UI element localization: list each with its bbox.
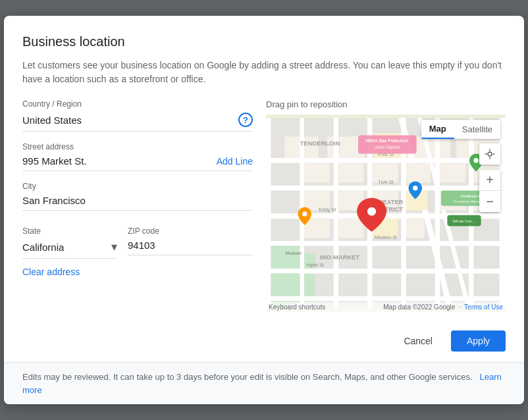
country-label: Country / Region xyxy=(22,99,253,109)
map-data-label: Map data ©2022 Google · Terms of Use xyxy=(383,303,503,311)
svg-text:Mission St: Mission St xyxy=(375,234,398,240)
state-select[interactable]: California New York Texas xyxy=(22,242,111,253)
add-line-button[interactable]: Add Line xyxy=(217,156,253,167)
svg-text:Union Square: Union Square xyxy=(374,145,400,150)
svg-point-61 xyxy=(367,207,376,216)
map-drag-label: Drag pin to reposition xyxy=(266,99,506,109)
state-select-row: California New York Texas ▾ xyxy=(22,240,117,259)
svg-text:Museum: Museum xyxy=(286,251,302,255)
svg-rect-29 xyxy=(338,218,363,238)
map-button[interactable]: Map xyxy=(421,120,454,139)
svg-text:MID-MARKET: MID-MARKET xyxy=(320,254,359,261)
svg-text:Children's: Children's xyxy=(460,194,480,198)
svg-text:Whole Foo...: Whole Foo... xyxy=(452,219,475,223)
zoom-out-button[interactable]: − xyxy=(479,191,500,212)
city-field-group: City xyxy=(22,182,253,211)
map-section: Drag pin to reposition xyxy=(266,99,506,312)
help-icon[interactable]: ? xyxy=(238,113,253,127)
country-input[interactable] xyxy=(22,115,238,126)
svg-point-63 xyxy=(302,211,307,216)
dialog-body: Business location Let customers see your… xyxy=(4,16,524,323)
location-crosshair-icon xyxy=(484,148,496,160)
chevron-down-icon: ▾ xyxy=(111,240,117,254)
svg-rect-36 xyxy=(440,163,465,182)
business-location-dialog: Business location Let customers see your… xyxy=(4,16,524,404)
city-field-row xyxy=(22,195,253,211)
country-field-row: ? xyxy=(22,113,253,132)
state-zip-row: State California New York Texas ▾ xyxy=(22,226,253,259)
city-input[interactable] xyxy=(22,195,253,206)
zip-field-row xyxy=(128,240,253,255)
svg-text:TENDERLOIN: TENDERLOIN xyxy=(300,140,340,147)
country-field-group: Country / Region ? xyxy=(22,99,253,132)
svg-rect-19 xyxy=(435,118,440,308)
zip-input[interactable] xyxy=(128,240,253,251)
zoom-in-button[interactable]: + xyxy=(479,170,500,191)
clear-address-button[interactable]: Clear address xyxy=(22,267,253,277)
keyboard-shortcuts: Keyboard shortcuts xyxy=(269,303,325,311)
dialog-overlay: Business location Let customers see your… xyxy=(0,0,528,420)
svg-text:Turk St: Turk St xyxy=(378,179,394,185)
svg-rect-24 xyxy=(304,163,330,182)
state-label: State xyxy=(22,226,117,236)
zip-group: ZIP code xyxy=(128,226,253,259)
svg-point-67 xyxy=(413,186,417,190)
street-input[interactable] xyxy=(22,155,217,167)
svg-rect-14 xyxy=(266,118,271,308)
city-label: City xyxy=(22,182,253,191)
svg-rect-27 xyxy=(338,163,363,182)
svg-rect-40 xyxy=(271,246,300,269)
svg-rect-20 xyxy=(469,118,473,308)
svg-rect-21 xyxy=(500,118,506,308)
svg-text:Eddy St: Eddy St xyxy=(319,207,336,213)
cancel-button[interactable]: Cancel xyxy=(393,330,443,352)
dialog-description: Let customers see your business location… xyxy=(22,59,506,86)
map-data-text: Map data ©2022 Google xyxy=(383,303,455,311)
terms-link[interactable]: Terms of Use xyxy=(464,303,503,311)
map-container[interactable]: Post St Turk St Eddy St Mission St Hyde … xyxy=(266,115,506,312)
map-footer: Keyboard shortcuts Map data ©2022 Google… xyxy=(266,302,506,312)
dialog-title: Business location xyxy=(22,34,506,49)
state-group: State California New York Texas ▾ xyxy=(22,226,117,259)
dialog-footer: Edits may be reviewed. It can take up to… xyxy=(4,362,524,404)
svg-text:Hilton San Francisco: Hilton San Francisco xyxy=(365,138,408,143)
svg-rect-33 xyxy=(406,163,431,182)
content-row: Country / Region ? Street address Add Li… xyxy=(22,99,506,312)
svg-rect-35 xyxy=(406,218,425,238)
zoom-controls: + − xyxy=(479,170,500,212)
svg-text:Hyde St: Hyde St xyxy=(306,262,324,268)
street-field-row: Add Line xyxy=(22,155,253,171)
zip-label: ZIP code xyxy=(128,226,253,236)
svg-point-68 xyxy=(488,152,492,156)
map-type-buttons: Map Satellite xyxy=(421,120,500,139)
footer-text: Edits may be reviewed. It can take up to… xyxy=(22,372,473,382)
satellite-button[interactable]: Satellite xyxy=(454,120,500,139)
dialog-actions: Cancel Apply xyxy=(4,323,524,362)
form-section: Country / Region ? Street address Add Li… xyxy=(22,99,253,312)
apply-button[interactable]: Apply xyxy=(451,330,506,352)
map-svg: Post St Turk St Eddy St Mission St Hyde … xyxy=(266,115,506,312)
street-label: Street address xyxy=(22,142,253,151)
svg-point-65 xyxy=(473,158,478,163)
my-location-button[interactable] xyxy=(479,144,500,165)
svg-rect-6 xyxy=(413,136,450,158)
street-field-group: Street address Add Line xyxy=(22,142,253,171)
svg-rect-41 xyxy=(271,273,300,296)
